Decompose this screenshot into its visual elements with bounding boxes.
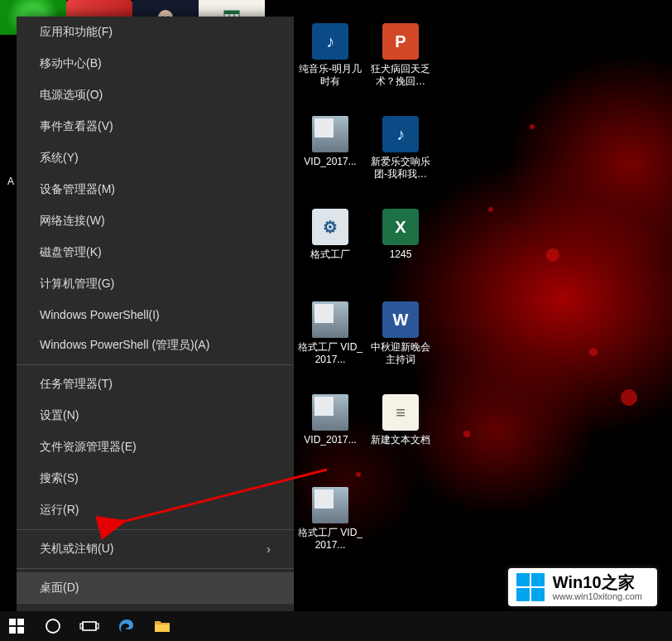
desktop-icon-label: 中秋迎新晚会主持词 <box>368 341 433 366</box>
ctx-menu-item-label: 网络连接(W) <box>40 214 105 229</box>
ctx-menu-item-label: Windows PowerShell (管理员)(A) <box>40 338 209 353</box>
cortana-button[interactable] <box>41 614 65 638</box>
menu-separator <box>17 364 294 365</box>
watermark-url: www.win10xitong.com <box>553 591 642 601</box>
desktop-icon-label: 纯音乐-明月几时有 <box>298 63 362 88</box>
desktop-icon[interactable]: VID_2017... <box>298 116 362 168</box>
ctx-menu-item-label: 设备管理器(M) <box>40 182 115 197</box>
desktop-icon-label: 新爱乐交响乐团-我和我… <box>368 156 433 181</box>
ctx-menu-item-label: 事件查看器(V) <box>40 119 113 134</box>
ctx-menu-item-label: 设置(N) <box>40 408 79 423</box>
desktop-icon-label: 1245 <box>368 248 433 261</box>
ctx-menu-item[interactable]: 网络连接(W) <box>17 205 294 237</box>
ctx-menu-item[interactable]: Windows PowerShell(I) <box>17 300 294 330</box>
ctx-menu-item-label: 运行(R) <box>40 503 79 518</box>
svg-rect-12 <box>17 619 24 625</box>
menu-separator <box>17 529 294 530</box>
edge-button[interactable] <box>114 614 137 638</box>
ctx-menu-item-label: 搜索(S) <box>40 471 79 486</box>
chevron-right-icon: › <box>266 542 271 556</box>
explorer-button[interactable] <box>151 614 174 638</box>
desktop-icon-label: 格式工厂 VID_2017... <box>298 527 362 552</box>
svg-rect-13 <box>9 627 16 634</box>
windows-logo-icon <box>7 616 26 636</box>
svg-rect-6 <box>224 11 239 14</box>
windows-logo-icon <box>516 573 545 601</box>
desktop-icon-label: 格式工厂 VID_2017... <box>298 341 362 366</box>
ctx-menu-item[interactable]: 桌面(D) <box>17 572 294 604</box>
taskbar <box>0 611 672 641</box>
desktop-icon[interactable]: VID_2017... <box>298 394 362 446</box>
desktop-icon-label: 新建文本文档 <box>368 434 433 446</box>
watermark-title: Win10之家 <box>553 573 642 591</box>
ctx-menu-item[interactable]: 设备管理器(M) <box>17 174 294 205</box>
cortana-circle-icon <box>43 616 63 636</box>
ctx-menu-item[interactable]: Windows PowerShell (管理员)(A) <box>17 330 294 361</box>
ctx-menu-item[interactable]: 计算机管理(G) <box>17 268 294 300</box>
ctx-menu-item[interactable]: 关机或注销(U)› <box>17 533 294 565</box>
ctx-menu-item-label: 文件资源管理器(E) <box>40 440 137 455</box>
ctx-menu-item-label: 系统(Y) <box>40 151 79 166</box>
ctx-menu-item[interactable]: 文件资源管理器(E) <box>17 431 294 463</box>
start-button[interactable] <box>5 614 28 638</box>
desktop-icon-label: VID_2017... <box>298 156 362 168</box>
svg-rect-14 <box>17 627 24 634</box>
desktop-icon[interactable]: 格式工厂 VID_2017... <box>298 487 362 552</box>
desktop-icon[interactable]: ⚙格式工厂 <box>298 209 362 261</box>
ctx-menu-item[interactable]: 设置(N) <box>17 400 294 431</box>
svg-rect-18 <box>96 624 98 629</box>
desktop-icon-label: 狂犬病回天乏术？挽回… <box>368 63 433 88</box>
winx-context-menu: 应用和功能(F)移动中心(B)电源选项(O)事件查看器(V)系统(Y)设备管理器… <box>17 17 294 611</box>
desktop-icon[interactable]: W中秋迎新晚会主持词 <box>368 301 433 366</box>
ctx-menu-item-label: Windows PowerShell(I) <box>40 308 160 321</box>
desktop-icon[interactable]: 格式工厂 VID_2017... <box>298 301 362 366</box>
ctx-menu-item[interactable]: 应用和功能(F) <box>17 17 294 48</box>
ctx-menu-item-label: 移动中心(B) <box>40 56 102 71</box>
ctx-menu-item[interactable]: 事件查看器(V) <box>17 111 294 142</box>
ctx-menu-item-label: 关机或注销(U) <box>40 542 113 557</box>
desktop-icon[interactable]: ♪纯音乐-明月几时有 <box>298 23 362 88</box>
svg-rect-17 <box>80 624 83 629</box>
menu-separator <box>17 568 294 569</box>
desktop-icon[interactable]: P狂犬病回天乏术？挽回… <box>368 23 433 88</box>
folder-icon <box>152 616 172 636</box>
desktop-icon-label: VID_2017... <box>298 434 362 446</box>
watermark: Win10之家 www.win10xitong.com <box>508 568 657 606</box>
taskview-icon <box>79 616 99 636</box>
edge-icon <box>116 616 136 636</box>
desktop-icon[interactable]: ≡新建文本文档 <box>368 394 433 446</box>
ctx-menu-item-label: 应用和功能(F) <box>40 25 113 40</box>
ctx-menu-item[interactable]: 电源选项(O) <box>17 80 294 111</box>
ctx-menu-item[interactable]: 磁盘管理(K) <box>17 237 294 268</box>
taskview-button[interactable] <box>78 614 101 638</box>
ctx-menu-item[interactable]: 运行(R) <box>17 494 294 526</box>
ctx-menu-item-label: 桌面(D) <box>40 581 79 595</box>
ctx-menu-item-label: 任务管理器(T) <box>40 377 113 392</box>
svg-rect-11 <box>9 619 16 625</box>
ctx-menu-item-label: 计算机管理(G) <box>40 277 114 292</box>
desktop-icon[interactable]: X1245 <box>368 209 433 261</box>
ctx-menu-item[interactable]: 移动中心(B) <box>17 48 294 80</box>
svg-point-15 <box>46 619 60 633</box>
desktop-icon-label: 格式工厂 <box>298 248 362 261</box>
ctx-menu-item-label: 电源选项(O) <box>40 88 103 103</box>
svg-rect-16 <box>83 622 96 630</box>
ctx-menu-item[interactable]: 系统(Y) <box>17 142 294 174</box>
ctx-menu-item[interactable]: 搜索(S) <box>17 463 294 494</box>
desktop-icon[interactable]: ♪新爱乐交响乐团-我和我… <box>368 116 433 181</box>
desktop-icon-label-fragment: A <box>7 176 14 187</box>
ctx-menu-item[interactable]: 任务管理器(T) <box>17 369 294 400</box>
ctx-menu-item-label: 磁盘管理(K) <box>40 245 102 260</box>
